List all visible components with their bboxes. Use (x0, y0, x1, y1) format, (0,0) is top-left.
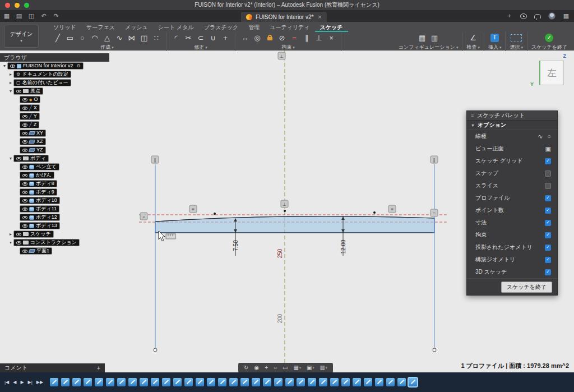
offset-icon[interactable]: ∪ (207, 32, 219, 43)
timeline-feature-sketch[interactable] (330, 378, 339, 386)
timeline-feature-sketch[interactable] (50, 378, 58, 386)
toolbar-tab[interactable]: ソリッド (48, 22, 81, 32)
trim-icon[interactable]: ✂ (183, 32, 194, 43)
toolbar-tab[interactable]: シート メタル (153, 22, 199, 32)
expander-icon[interactable]: ▸ (8, 72, 13, 77)
visibility-eye-icon[interactable] (22, 149, 27, 152)
timeline-feature-sketch[interactable] (117, 378, 126, 386)
look-at-plane-icon[interactable]: ▣ (545, 146, 551, 152)
select-box-icon[interactable] (511, 34, 522, 41)
timeline-feature-sketch[interactable] (297, 378, 305, 386)
toolbar-tab[interactable]: メッシュ (120, 22, 153, 32)
app-menu-icon[interactable]: ▦ (3, 12, 10, 20)
toolbar-tab[interactable]: 管理 (243, 22, 265, 32)
visibility-eye-icon[interactable] (22, 199, 27, 202)
grid-settings-icon[interactable]: ▣▾ (307, 365, 314, 371)
expander-icon[interactable]: ▾ (8, 241, 13, 245)
timeline-feature-sketch[interactable] (386, 378, 395, 386)
visibility-eye-icon[interactable] (22, 165, 27, 169)
browser-node[interactable]: ボディ10 (20, 197, 60, 204)
timeline-feature-sketch[interactable] (184, 378, 193, 386)
spline-linetype-icon[interactable]: ∿ (538, 133, 543, 140)
tool-group-label-create[interactable]: 作成▾ (100, 44, 114, 51)
checkbox-show-points[interactable]: ✓ (545, 207, 551, 214)
browser-node[interactable]: ペン立て (20, 163, 59, 170)
tool-group-label-finish-sketch[interactable]: スケッチを終了 (531, 44, 567, 51)
sketch-point[interactable] (284, 210, 286, 212)
timeline-feature-sketch[interactable] (319, 378, 327, 386)
line-icon[interactable]: ╱ (52, 32, 63, 43)
view-cube-face[interactable]: 左 (539, 61, 564, 85)
browser-node[interactable]: コンストラクション (13, 239, 80, 246)
close-window-button[interactable] (5, 3, 10, 8)
browser-node[interactable]: FUISON for Interior v2⚙ (7, 62, 84, 70)
left-endpoint[interactable] (154, 348, 157, 352)
checkbox-3d-sketch[interactable]: ✓ (545, 269, 551, 275)
redo-icon[interactable]: ↷ (53, 12, 59, 20)
browser-node[interactable]: ボディ12 (20, 214, 60, 221)
visibility-eye-icon[interactable] (22, 191, 27, 194)
timeline-feature-sketch[interactable] (207, 378, 215, 386)
browser-node[interactable]: ╱X (20, 104, 40, 112)
measure-icon[interactable]: ∠ (467, 32, 479, 43)
timeline-feature-sketch[interactable] (308, 378, 316, 386)
visibility-eye-icon[interactable] (16, 233, 21, 236)
timeline-feature-sketch[interactable] (173, 378, 182, 386)
move-icon[interactable]: + (220, 32, 231, 43)
timeline-feature-sketch[interactable] (263, 378, 271, 386)
browser-node[interactable]: ボディ9 (20, 188, 57, 196)
browser-node[interactable]: ボディ8 (20, 180, 57, 187)
construction-linetype-icon[interactable]: ○ (547, 133, 551, 140)
timeline-feature-sketch[interactable] (409, 378, 417, 386)
browser-node[interactable]: ボディ13 (20, 222, 60, 229)
visibility-eye-icon[interactable] (22, 140, 27, 144)
orbit-icon[interactable]: ↻ (244, 365, 248, 371)
timeline-feature-sketch[interactable] (162, 378, 170, 386)
tangent-icon[interactable]: ⊘ (276, 32, 288, 43)
toolbar-tab[interactable]: スケッチ (315, 22, 348, 32)
checkbox-show-constraints[interactable]: ✓ (545, 232, 551, 238)
timeline-feature-sketch[interactable] (252, 378, 260, 386)
add-comment-icon[interactable]: + (97, 365, 100, 371)
lock-icon[interactable] (264, 32, 275, 43)
palette-header[interactable]: ≡ スケッチ パレット (467, 111, 557, 121)
timeline-feature-sketch[interactable] (84, 378, 92, 386)
timeline-feature-sketch[interactable] (61, 378, 70, 386)
timeline-feature-sketch[interactable] (375, 378, 383, 386)
visibility-eye-icon[interactable] (22, 224, 27, 228)
visibility-eye-icon[interactable] (16, 157, 21, 160)
job-status-icon[interactable] (520, 13, 527, 19)
timeline-begin-icon[interactable]: |◀ (4, 380, 9, 385)
visibility-eye-icon[interactable] (16, 90, 21, 93)
look-at-icon[interactable]: ◉ (254, 365, 259, 371)
browser-node[interactable]: スケッチ (13, 230, 54, 238)
parallel-icon[interactable]: ∥ (301, 32, 312, 43)
checkbox-sketch-grid[interactable]: ✓ (545, 158, 551, 164)
visibility-eye-icon[interactable] (22, 132, 27, 135)
coincident-icon[interactable]: ◎ (252, 32, 263, 43)
visibility-eye-icon[interactable] (22, 98, 27, 102)
dimension-12-00[interactable]: 12.00 (340, 239, 346, 253)
zoom-icon[interactable]: ○ (274, 365, 277, 371)
browser-node[interactable]: かびん (20, 172, 54, 179)
polygon-icon[interactable]: △ (101, 32, 113, 43)
equal-icon[interactable]: = (289, 32, 300, 43)
timeline-play-icon[interactable]: ▶ (20, 380, 24, 385)
point-icon[interactable]: ∷ (151, 32, 162, 43)
browser-node[interactable]: ▢名前の付いたビュー (13, 79, 71, 86)
timeline-feature-sketch[interactable] (240, 378, 249, 386)
notifications-bell-icon[interactable] (534, 14, 541, 19)
fillet-icon[interactable]: ◜ (170, 32, 182, 43)
undo-icon[interactable]: ↶ (40, 12, 47, 20)
timeline-forward-icon[interactable]: ▶| (28, 380, 33, 385)
timeline-feature-sketch[interactable] (397, 378, 406, 386)
checkbox-slice[interactable] (545, 183, 551, 189)
right-endpoint[interactable] (433, 348, 436, 352)
timeline-feature-sketch[interactable] (285, 378, 294, 386)
timeline-feature-sketch[interactable] (196, 378, 204, 386)
slot-icon[interactable]: ◫ (138, 32, 150, 43)
drag-grip-icon[interactable]: ≡ (471, 113, 474, 118)
zoom-window-button[interactable] (24, 3, 29, 8)
checkbox-show-projected-geometry[interactable]: ✓ (545, 245, 551, 251)
timeline-feature-sketch[interactable] (229, 378, 238, 386)
